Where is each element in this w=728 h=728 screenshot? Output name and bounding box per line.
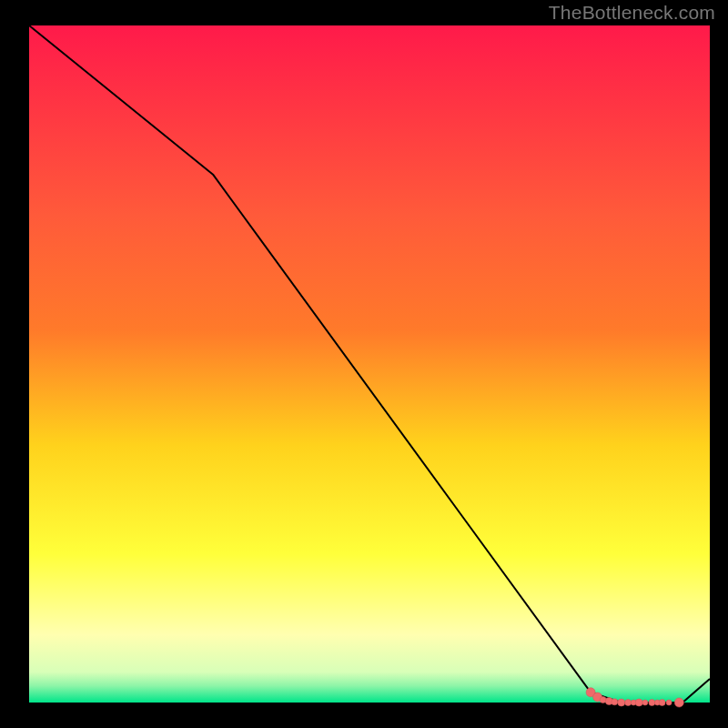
data-marker <box>649 700 655 706</box>
chart-frame: TheBottleneck.com <box>0 0 728 728</box>
data-marker <box>618 699 625 706</box>
data-marker <box>659 700 665 706</box>
data-marker <box>612 699 618 705</box>
bottleneck-chart <box>0 0 728 728</box>
data-marker <box>625 700 632 706</box>
data-marker <box>674 698 683 707</box>
watermark-label: TheBottleneck.com <box>549 2 715 24</box>
data-marker <box>600 697 606 703</box>
data-marker <box>666 700 672 705</box>
data-marker <box>642 700 648 705</box>
data-marker <box>635 699 642 706</box>
plot-background <box>29 25 710 703</box>
